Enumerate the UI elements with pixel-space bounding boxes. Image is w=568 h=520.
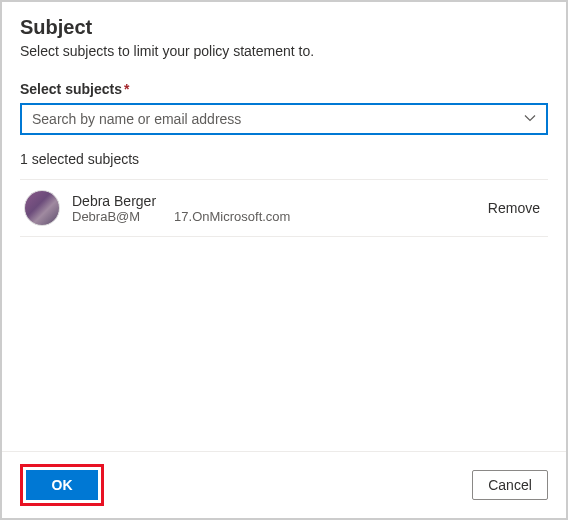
- avatar: [24, 190, 60, 226]
- user-name: Debra Berger: [72, 193, 476, 209]
- user-email: DebraB@M 17.OnMicrosoft.com: [72, 209, 476, 224]
- search-input[interactable]: Search by name or email address: [20, 103, 548, 135]
- list-item: Debra Berger DebraB@M 17.OnMicrosoft.com…: [20, 179, 548, 237]
- page-title: Subject: [20, 16, 548, 39]
- selected-count: 1 selected subjects: [20, 151, 548, 167]
- search-placeholder: Search by name or email address: [32, 111, 241, 127]
- required-asterisk: *: [124, 81, 129, 97]
- chevron-down-icon: [524, 110, 536, 128]
- ok-button[interactable]: OK: [26, 470, 98, 500]
- footer: OK Cancel: [2, 451, 566, 518]
- page-subtitle: Select subjects to limit your policy sta…: [20, 43, 548, 59]
- cancel-button[interactable]: Cancel: [472, 470, 548, 500]
- highlight-box: OK: [20, 464, 104, 506]
- user-info: Debra Berger DebraB@M 17.OnMicrosoft.com: [72, 193, 476, 224]
- select-subjects-label: Select subjects*: [20, 81, 548, 97]
- remove-button[interactable]: Remove: [488, 200, 544, 216]
